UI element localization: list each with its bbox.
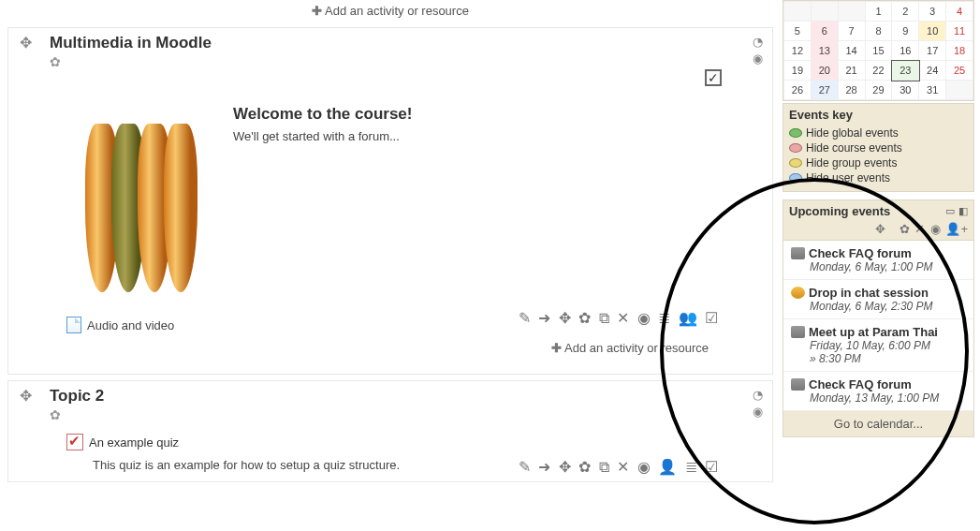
eye-icon[interactable]: ◉ [753, 404, 763, 420]
upcoming-event[interactable]: Meet up at Param ThaiFriday, 10 May, 6:0… [783, 319, 973, 372]
event-icon [791, 378, 805, 391]
cal-cell[interactable]: 5 [784, 22, 812, 41]
go-to-calendar-link[interactable]: Go to calendar... [783, 411, 973, 436]
welcome-subtext: We'll get started with a forum... [233, 129, 412, 143]
event-title: Check FAQ forum [809, 246, 912, 260]
eye-icon [789, 128, 802, 138]
event-date: Friday, 10 May, 6:00 PM [810, 339, 968, 352]
section-title: Multimedia in Moodle [50, 34, 767, 52]
assign-icon[interactable]: ≣ [658, 310, 672, 326]
completion-toggle-icon[interactable]: ☑ [705, 459, 720, 475]
move-icon[interactable]: ✥ [875, 222, 885, 236]
delete-icon[interactable]: ✕ [617, 310, 631, 326]
calendar-block: 1 2 3 4 5 6 7 8 9 10 11 12 13 14 15 16 1… [783, 0, 974, 101]
move-icon[interactable]: ✥ [559, 310, 573, 326]
resource-toolbar: ✎ ➜ ✥ ✿ ⧉ ✕ ◉ ≣ 👥 ☑ [519, 309, 720, 327]
duplicate-icon[interactable]: ⧉ [599, 459, 611, 475]
gear-icon[interactable]: ✿ [578, 310, 592, 326]
cal-cell[interactable]: 16 [892, 41, 919, 61]
delete-icon[interactable]: ✕ [617, 459, 631, 475]
add-activity-link-section1[interactable]: ✚ Add an activity or resource [551, 341, 709, 355]
toggle-global-events[interactable]: Hide global events [789, 125, 968, 140]
cal-cell[interactable]: 30 [892, 81, 919, 100]
move-icon[interactable]: ✥ [20, 34, 32, 52]
cal-cell[interactable]: 7 [838, 22, 865, 41]
groups-icon[interactable]: ≣ [685, 459, 699, 475]
cal-cell[interactable]: 10 [919, 22, 946, 41]
collapse-icon[interactable]: ▭ [945, 205, 955, 216]
groups-icon[interactable]: 👥 [679, 310, 699, 326]
resource-example-quiz[interactable]: An example quiz [66, 434, 757, 450]
eye-icon [789, 173, 802, 183]
upcoming-event[interactable]: Drop in chat sessionMonday, 6 May, 2:30 … [783, 280, 973, 319]
cal-cell[interactable]: 11 [946, 22, 973, 41]
cal-cell[interactable]: 13 [811, 41, 838, 61]
cal-cell-today[interactable]: 23 [892, 61, 919, 81]
gear-icon[interactable]: ✿ [50, 54, 61, 69]
bulb-icon[interactable]: ◔ [753, 387, 763, 404]
cal-cell[interactable]: 8 [865, 22, 892, 41]
events-key-heading: Events key [789, 108, 968, 122]
cal-cell[interactable]: 2 [892, 2, 919, 22]
cal-cell[interactable]: 17 [919, 41, 946, 61]
eye-icon[interactable]: ◉ [637, 459, 652, 475]
cal-cell[interactable]: 12 [784, 41, 812, 61]
completion-checkbox[interactable]: ✓ [705, 69, 722, 86]
user-icon[interactable]: 👤 [658, 459, 679, 475]
cal-cell[interactable]: 24 [919, 61, 946, 81]
gear-icon[interactable]: ✿ [578, 459, 592, 475]
eye-icon[interactable]: ◉ [637, 310, 652, 326]
cal-cell[interactable]: 14 [838, 41, 865, 61]
cal-cell[interactable]: 27 [811, 81, 838, 100]
upcoming-event[interactable]: Check FAQ forumMonday, 13 May, 1:00 PM [783, 372, 973, 411]
upcoming-event[interactable]: Check FAQ forumMonday, 6 May, 1:00 PM [783, 241, 973, 280]
move-icon[interactable]: ✥ [559, 459, 573, 475]
cal-cell[interactable]: 28 [838, 81, 865, 100]
completion-toggle-icon[interactable]: ☑ [705, 310, 720, 326]
cal-cell[interactable]: 15 [865, 41, 892, 61]
dock-icon[interactable]: ◧ [958, 205, 968, 216]
cal-cell[interactable]: 3 [919, 2, 946, 22]
add-activity-link-top[interactable]: ✚ Add an activity or resource [312, 4, 469, 18]
move-right-icon[interactable]: ➜ [538, 459, 552, 475]
cal-cell [838, 2, 865, 22]
plus-icon: ✚ [312, 4, 322, 18]
delete-icon[interactable]: ✕ [914, 222, 925, 236]
cal-cell[interactable]: 1 [865, 2, 892, 22]
eye-icon[interactable]: ◉ [753, 51, 763, 67]
cal-cell[interactable]: 20 [811, 61, 838, 81]
cal-cell[interactable]: 19 [784, 61, 812, 81]
assign-roles-icon[interactable]: 👤+ [945, 222, 968, 236]
cal-cell[interactable]: 4 [946, 2, 973, 22]
cal-cell[interactable]: 18 [946, 41, 973, 61]
cal-cell[interactable]: 31 [919, 81, 946, 100]
gear-icon[interactable]: ✿ [900, 222, 910, 236]
toggle-course-events[interactable]: Hide course events [789, 140, 968, 155]
event-title: Check FAQ forum [809, 377, 912, 391]
cal-cell[interactable]: 6 [811, 22, 838, 41]
move-right-icon[interactable]: ➜ [538, 310, 552, 326]
toggle-user-events[interactable]: Hide user events [789, 170, 968, 185]
cal-cell[interactable]: 26 [784, 81, 812, 100]
eye-icon [789, 158, 802, 168]
cal-cell[interactable]: 22 [865, 61, 892, 81]
event-icon [791, 287, 805, 299]
cal-cell [811, 2, 838, 22]
event-date: Monday, 6 May, 2:30 PM [810, 300, 968, 313]
bulb-icon[interactable]: ◔ [753, 34, 763, 51]
edit-icon[interactable]: ✎ [519, 459, 533, 475]
event-date: Monday, 13 May, 1:00 PM [810, 391, 968, 405]
events-key-block: Events key Hide global events Hide cours… [783, 103, 974, 192]
plus-icon: ✚ [551, 341, 562, 355]
duplicate-icon[interactable]: ⧉ [599, 310, 611, 326]
cal-cell[interactable]: 29 [865, 81, 892, 100]
gear-icon[interactable]: ✿ [50, 407, 61, 422]
eye-icon[interactable]: ◉ [930, 222, 941, 236]
page-icon [66, 317, 81, 333]
move-icon[interactable]: ✥ [20, 387, 32, 405]
edit-icon[interactable]: ✎ [519, 310, 533, 326]
cal-cell[interactable]: 25 [946, 61, 973, 81]
cal-cell[interactable]: 21 [838, 61, 865, 81]
cal-cell[interactable]: 9 [892, 22, 919, 41]
toggle-group-events[interactable]: Hide group events [789, 155, 968, 170]
